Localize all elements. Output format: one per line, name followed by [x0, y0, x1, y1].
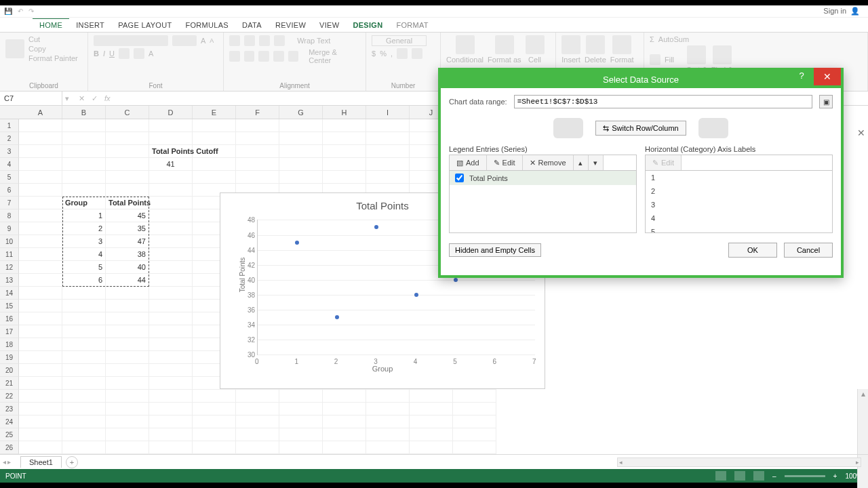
pane-close-icon[interactable]: ✕ — [857, 127, 865, 138]
cell-C13[interactable]: 44 — [106, 274, 149, 287]
qat-redo-icon[interactable]: ↷ — [28, 7, 34, 15]
row-header[interactable]: 12 — [0, 261, 19, 274]
row-header[interactable]: 21 — [0, 377, 19, 390]
align-top-icon[interactable] — [229, 35, 240, 46]
cell-A22[interactable] — [19, 390, 62, 403]
cell-D6[interactable] — [149, 184, 193, 197]
cell-H25[interactable] — [323, 428, 366, 441]
cell-F24[interactable] — [236, 415, 279, 428]
cell-C17[interactable] — [106, 325, 149, 338]
cell-H4[interactable] — [323, 158, 366, 171]
row-header[interactable]: 11 — [0, 248, 19, 261]
cell-I5[interactable] — [366, 171, 410, 184]
tab-nav-next-icon[interactable]: ▸ — [7, 458, 11, 466]
align-c-icon[interactable] — [244, 51, 255, 62]
cell-I1[interactable] — [366, 119, 410, 132]
cell-C8[interactable]: 45 — [106, 209, 149, 222]
cell-F22[interactable] — [236, 390, 279, 403]
align-bot-icon[interactable] — [259, 35, 270, 46]
align-l-icon[interactable] — [229, 51, 240, 62]
series-remove-button[interactable]: ✕Remove — [523, 155, 574, 170]
data-point[interactable] — [295, 241, 299, 245]
cond-fmt-icon[interactable] — [456, 35, 475, 54]
cell-A23[interactable] — [19, 403, 62, 415]
indent-dec-icon[interactable] — [273, 51, 284, 62]
cell-F26[interactable] — [236, 441, 279, 454]
vertical-scrollbar[interactable]: ▴▾ — [857, 389, 868, 488]
indent-inc-icon[interactable] — [288, 51, 299, 62]
fill-icon[interactable] — [134, 48, 144, 59]
tab-review[interactable]: REVIEW — [269, 19, 313, 32]
cell-H24[interactable] — [323, 415, 366, 428]
cell-D3[interactable]: Total Points Cutoff — [149, 145, 193, 158]
row-header[interactable]: 15 — [0, 300, 19, 312]
cell-D19[interactable] — [149, 351, 193, 364]
cell-A14[interactable] — [19, 287, 62, 300]
row-header[interactable]: 4 — [0, 158, 19, 171]
cell-B9[interactable]: 2 — [62, 222, 106, 235]
cell-C22[interactable] — [106, 390, 149, 403]
view-normal-icon[interactable] — [715, 471, 726, 481]
cell-K23[interactable] — [453, 403, 496, 415]
cell-D22[interactable] — [149, 390, 193, 403]
axis-edit-button[interactable]: ✎Edit — [646, 155, 682, 170]
cell-C2[interactable] — [106, 132, 149, 145]
cell-A18[interactable] — [19, 338, 62, 351]
cell-A21[interactable] — [19, 377, 62, 390]
cancel-edit-icon[interactable]: ✕ — [79, 94, 85, 103]
cell-B6[interactable] — [62, 184, 106, 197]
inc-dec-icon[interactable] — [397, 48, 408, 59]
view-layout-icon[interactable] — [734, 471, 745, 481]
cell-C26[interactable] — [106, 441, 149, 454]
cell-G25[interactable] — [279, 428, 323, 441]
cell-B3[interactable] — [62, 145, 106, 158]
cell-I2[interactable] — [366, 132, 410, 145]
dialog-titlebar[interactable]: Select Data Source ? ✕ — [441, 70, 841, 88]
fx-icon[interactable]: fx — [104, 94, 111, 103]
cell-A2[interactable] — [19, 132, 62, 145]
cell-E23[interactable] — [193, 403, 236, 415]
delete-cells-icon[interactable] — [586, 35, 605, 54]
cell-G2[interactable] — [279, 132, 323, 145]
col-header-E[interactable]: E — [193, 106, 236, 119]
cell-I25[interactable] — [366, 428, 410, 441]
cell-C23[interactable] — [106, 403, 149, 415]
cell-A4[interactable] — [19, 158, 62, 171]
column-headers[interactable]: ABCDEFGHIJK — [19, 106, 496, 119]
cell-J23[interactable] — [410, 403, 453, 415]
cell-C21[interactable] — [106, 377, 149, 390]
cell-F5[interactable] — [236, 171, 279, 184]
cell-D13[interactable] — [149, 274, 193, 287]
dec-dec-icon[interactable] — [412, 48, 422, 59]
select-all-corner[interactable] — [0, 106, 19, 119]
cell-C9[interactable]: 35 — [106, 222, 149, 235]
orient-icon[interactable] — [274, 35, 285, 46]
row-header[interactable]: 23 — [0, 403, 19, 415]
cell-B15[interactable] — [62, 300, 106, 312]
cell-C25[interactable] — [106, 428, 149, 441]
cell-G23[interactable] — [279, 403, 323, 415]
cell-A3[interactable] — [19, 145, 62, 158]
data-point[interactable] — [414, 293, 418, 297]
cell-E2[interactable] — [193, 132, 236, 145]
user-icon[interactable]: 👤 — [850, 7, 860, 16]
cell-C18[interactable] — [106, 338, 149, 351]
cell-A10[interactable] — [19, 235, 62, 248]
cell-B23[interactable] — [62, 403, 106, 415]
dialog-help-icon[interactable]: ? — [792, 70, 811, 81]
cell-A8[interactable] — [19, 209, 62, 222]
cell-C11[interactable]: 38 — [106, 248, 149, 261]
cell-D1[interactable] — [149, 119, 193, 132]
cell-style-icon[interactable] — [526, 35, 545, 54]
zoom-out-icon[interactable]: – — [772, 472, 776, 480]
cell-C19[interactable] — [106, 351, 149, 364]
cell-D16[interactable] — [149, 312, 193, 325]
cell-A19[interactable] — [19, 351, 62, 364]
cell-C15[interactable] — [106, 300, 149, 312]
name-box[interactable]: C7 — [0, 92, 62, 106]
dialog-close-button[interactable]: ✕ — [814, 68, 841, 85]
cell-C16[interactable] — [106, 312, 149, 325]
cell-I23[interactable] — [366, 403, 410, 415]
cell-A9[interactable] — [19, 222, 62, 235]
cell-D25[interactable] — [149, 428, 193, 441]
